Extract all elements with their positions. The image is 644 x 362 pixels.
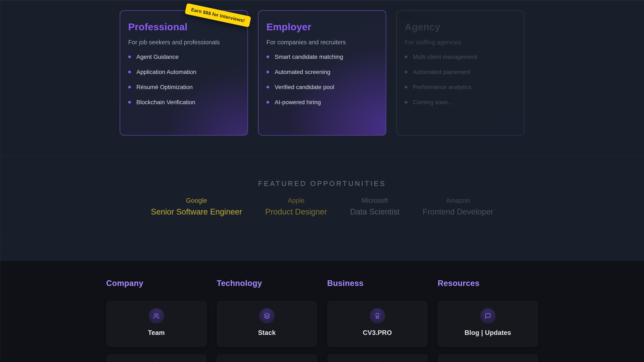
plan-feature: Verified candidate pool <box>266 84 378 91</box>
plan-feature: Résumé Optimization <box>128 84 240 91</box>
footer-card-label: Stack <box>258 329 276 337</box>
footer-card-partial[interactable] <box>217 354 317 362</box>
plan-card-employer[interactable]: Employer For companies and recruiters Sm… <box>258 10 386 136</box>
bullet-dot-icon <box>405 55 408 58</box>
featured-job-google[interactable]: Google Senior Software Engineer <box>151 197 242 216</box>
spacer-section <box>0 240 644 261</box>
footer-card-label: Team <box>148 329 165 337</box>
icon-circle <box>480 308 496 324</box>
bullet-dot-icon <box>128 55 131 58</box>
bullet-dot-icon <box>128 86 131 88</box>
landing-page: Earn $$$ for Interviews! Professional Fo… <box>0 0 644 362</box>
job-company: Microsoft <box>350 197 400 204</box>
featured-job-amazon[interactable]: Amazon Frontend Developer <box>422 197 493 216</box>
footer-grid: Company Team Technology <box>106 279 538 362</box>
footer-card-partial[interactable] <box>327 354 428 362</box>
plan-feature: Automated placement <box>405 68 516 75</box>
plan-feature: Automated screening <box>266 68 378 75</box>
job-title: Data Scientist <box>350 207 400 216</box>
footer-heading: Company <box>106 279 207 288</box>
plan-card-agency: Agency For staffing agencies Multi-clien… <box>396 10 524 136</box>
footer-card-label: Blog | Updates <box>464 329 511 337</box>
award-icon <box>374 313 380 319</box>
footer-card-partial[interactable] <box>438 354 538 362</box>
plan-subtitle: For staffing agencies <box>405 39 516 46</box>
bullet-dot-icon <box>128 71 131 73</box>
chat-icon <box>485 313 491 319</box>
layers-icon <box>264 313 270 319</box>
plan-feature: Multi-client management <box>405 53 516 60</box>
icon-circle <box>149 308 164 324</box>
plan-feature-list: Smart candidate matching Automated scree… <box>266 53 378 106</box>
featured-job-microsoft[interactable]: Microsoft Data Scientist <box>350 197 400 216</box>
footer-column-company: Company Team <box>106 279 207 362</box>
plan-feature: Coming soon... <box>405 99 516 106</box>
icon-circle <box>370 308 385 324</box>
featured-jobs-carousel: Google Senior Software Engineer Apple Pr… <box>0 197 644 216</box>
featured-job-apple[interactable]: Apple Product Designer <box>265 197 327 216</box>
users-icon <box>153 313 160 319</box>
bullet-dot-icon <box>405 71 408 73</box>
job-title: Product Designer <box>265 207 327 216</box>
bullet-dot-icon <box>266 101 269 104</box>
footer-card-blog[interactable]: Blog | Updates <box>438 301 538 347</box>
job-company: Amazon <box>422 197 493 204</box>
plans-section: Earn $$$ for Interviews! Professional Fo… <box>0 0 644 156</box>
job-title: Frontend Developer <box>422 207 493 216</box>
plans-row: Earn $$$ for Interviews! Professional Fo… <box>120 0 524 136</box>
footer-card-label: CV3.PRO <box>363 329 392 337</box>
plan-subtitle: For job seekers and professionals <box>128 39 240 46</box>
plan-feature-list: Multi-client management Automated placem… <box>405 53 516 106</box>
footer-column-resources: Resources Blog | Updates <box>438 279 538 362</box>
plan-title: Employer <box>266 21 378 32</box>
plan-feature: Agent Guidance <box>128 53 240 60</box>
footer-column-technology: Technology Stack <box>217 279 317 362</box>
plan-title: Agency <box>405 21 516 32</box>
featured-heading: FEATURED OPPORTUNITIES <box>0 180 644 188</box>
plan-title: Professional <box>128 21 240 32</box>
plan-feature: Blockchain Verification <box>128 99 240 106</box>
plan-card-professional[interactable]: Professional For job seekers and profess… <box>120 10 248 136</box>
footer-column-business: Business CV3.PRO <box>327 279 428 362</box>
footer-heading: Technology <box>217 279 317 288</box>
plan-feature: Smart candidate matching <box>266 53 378 60</box>
footer-heading: Business <box>327 279 428 288</box>
job-company: Google <box>151 197 242 204</box>
icon-circle <box>259 308 275 324</box>
bullet-dot-icon <box>128 101 131 104</box>
footer-card-cv3pro[interactable]: CV3.PRO <box>327 301 428 347</box>
bullet-dot-icon <box>266 86 269 88</box>
footer-card-stack[interactable]: Stack <box>217 301 317 347</box>
plan-feature: Performance analytics <box>405 84 516 91</box>
bullet-dot-icon <box>266 71 269 73</box>
bullet-dot-icon <box>266 55 269 58</box>
job-company: Apple <box>265 197 327 204</box>
plan-feature: Application Automation <box>128 68 240 75</box>
footer-card-team[interactable]: Team <box>106 301 207 347</box>
bullet-dot-icon <box>405 101 408 104</box>
plan-subtitle: For companies and recruiters <box>266 39 378 46</box>
bullet-dot-icon <box>405 86 408 88</box>
plan-feature-list: Agent Guidance Application Automation Ré… <box>128 53 240 106</box>
footer-card-partial[interactable] <box>106 354 207 362</box>
job-title: Senior Software Engineer <box>151 207 242 216</box>
footer-heading: Resources <box>438 279 538 288</box>
site-footer: Company Team Technology <box>0 261 644 362</box>
plan-feature: AI-powered hiring <box>266 99 378 106</box>
featured-opportunities-section: FEATURED OPPORTUNITIES Google Senior Sof… <box>0 156 644 240</box>
